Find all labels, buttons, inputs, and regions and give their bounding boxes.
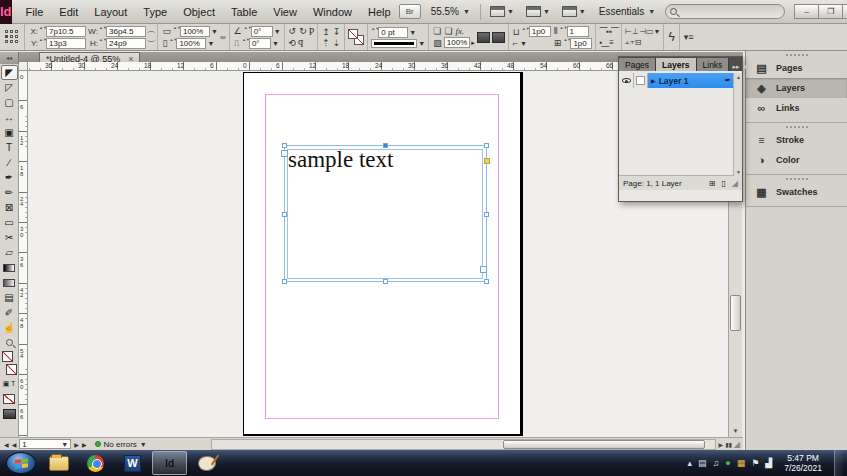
- quick-apply-icon[interactable]: ϟ: [667, 32, 675, 42]
- layers-scrollbar[interactable]: ▲ ▼: [733, 73, 742, 176]
- live-corner-handle[interactable]: [484, 158, 490, 164]
- ruler-origin-box[interactable]: [19, 62, 28, 71]
- gradient-swatch-tool[interactable]: [1, 260, 18, 275]
- minimize-button[interactable]: –: [794, 4, 819, 19]
- hand-tool[interactable]: ☝: [1, 320, 18, 335]
- pen-tool[interactable]: ✒: [1, 170, 18, 185]
- handle-top-center[interactable]: [383, 143, 388, 148]
- distribute-center-icon[interactable]: ⊥: [632, 27, 638, 36]
- volume-tray-icon[interactable]: ♫: [712, 458, 719, 468]
- network-tray-icon[interactable]: ▟: [765, 458, 772, 468]
- handle-top-right[interactable]: [484, 143, 489, 148]
- window-resize-grip[interactable]: ◢: [734, 440, 740, 449]
- zoom-tool[interactable]: [1, 335, 18, 350]
- constrain-dimensions-icon[interactable]: ⁐: [148, 33, 154, 42]
- word-taskbar-icon[interactable]: W: [115, 451, 150, 475]
- pencil-tool[interactable]: ✏: [1, 185, 18, 200]
- menu-layout[interactable]: Layout: [86, 2, 135, 22]
- eyedropper-tool[interactable]: ✐: [1, 305, 18, 320]
- y-position-field[interactable]: 13p3: [46, 38, 86, 49]
- fill-swatch[interactable]: [348, 29, 358, 39]
- distribute-right-icon[interactable]: ⊣: [639, 27, 645, 36]
- justify-icon[interactable]: ≡: [609, 38, 613, 47]
- show-desktop-button[interactable]: [834, 450, 843, 476]
- last-page-icon[interactable]: ▶: [82, 441, 87, 448]
- rotation-stepper[interactable]: ▲▼: [244, 26, 250, 36]
- menu-table[interactable]: Table: [223, 2, 265, 22]
- collapse-panel-icon[interactable]: ▸▸: [732, 63, 739, 71]
- workspace-switcher[interactable]: Essentials▼: [595, 6, 660, 17]
- panel-resize-grip[interactable]: ◢: [732, 179, 738, 188]
- start-button[interactable]: [6, 452, 36, 474]
- gap-tool[interactable]: ↔: [1, 110, 18, 125]
- transparency-icon[interactable]: ▨: [432, 38, 443, 48]
- screen-mode-button[interactable]: [1, 406, 18, 421]
- opacity-field[interactable]: 100%: [444, 37, 470, 48]
- gutter-icon[interactable]: ⊞: [553, 38, 563, 48]
- menu-type[interactable]: Type: [135, 2, 175, 22]
- dock-item-color[interactable]: ◑Color: [746, 150, 847, 170]
- dock-group-grip[interactable]: [746, 123, 847, 130]
- formatting-affects-buttons[interactable]: ▣ T: [1, 376, 18, 391]
- gutter-stepper[interactable]: ▲▼: [563, 38, 569, 48]
- color-app-tray-icon[interactable]: ▦: [737, 458, 746, 468]
- reference-point-proxy[interactable]: [5, 30, 19, 44]
- clipboard-tray-icon[interactable]: ▤: [698, 458, 707, 468]
- x-position-field[interactable]: 7p10.5: [46, 26, 86, 37]
- corner-radius-field[interactable]: 1p0: [529, 26, 551, 37]
- preflight-status[interactable]: No errors ▼: [91, 440, 151, 449]
- effects-icon[interactable]: fx.: [454, 26, 465, 36]
- corner-shape-dropdown[interactable]: ⌐: [512, 38, 519, 48]
- taskbar-clock[interactable]: 5:47 PM 7/26/2021: [778, 453, 828, 473]
- columns-stepper[interactable]: ▲▼: [560, 26, 566, 36]
- in-port-handle[interactable]: [281, 150, 288, 157]
- menu-window[interactable]: Window: [305, 2, 360, 22]
- layer-name[interactable]: Layer 1: [659, 76, 689, 86]
- baseline-grid-icon[interactable]: ⫠: [625, 37, 629, 47]
- handle-bottom-center[interactable]: [383, 279, 388, 284]
- expand-layer-icon[interactable]: ▶: [651, 77, 656, 84]
- columns-icon[interactable]: ⫴: [553, 26, 559, 36]
- out-port-handle[interactable]: [480, 266, 487, 273]
- previous-page-icon[interactable]: ◀: [12, 441, 17, 448]
- constrain-scale-icon[interactable]: ∞: [220, 33, 226, 42]
- tab-pages[interactable]: Pages: [619, 58, 656, 71]
- scroll-up-icon[interactable]: ▲: [736, 74, 741, 80]
- control-panel-menu-icon[interactable]: ▾≡: [683, 32, 695, 42]
- stroke-type-dropdown[interactable]: [371, 39, 417, 48]
- select-next-icon[interactable]: ⇣: [332, 38, 342, 48]
- fill-stroke-proxy[interactable]: [348, 29, 364, 45]
- text-frame[interactable]: sample text: [284, 145, 487, 282]
- scale-x-field[interactable]: 100%: [180, 26, 210, 37]
- align-top-icon[interactable]: ⎺▪: [599, 27, 608, 37]
- menu-help[interactable]: Help: [360, 2, 399, 22]
- messenger-tray-icon[interactable]: ●: [725, 458, 730, 468]
- page[interactable]: sample text: [243, 72, 523, 436]
- dock-group-grip[interactable]: [746, 175, 847, 182]
- gradient-feather-tool[interactable]: [1, 275, 18, 290]
- page-view-buttons[interactable]: ▮▮: [725, 441, 732, 448]
- handle-middle-left[interactable]: [282, 212, 287, 217]
- scroll-down-icon[interactable]: ▼: [736, 169, 741, 175]
- close-button[interactable]: ✕: [842, 4, 847, 19]
- restore-button[interactable]: ❐: [818, 4, 843, 19]
- search-input[interactable]: [665, 4, 785, 19]
- handle-bottom-left[interactable]: [282, 279, 287, 284]
- flip-horizontal-icon[interactable]: P: [309, 26, 315, 37]
- horizontal-scroll-thumb[interactable]: [503, 440, 704, 449]
- page-tool[interactable]: ▢: [1, 95, 18, 110]
- layer-visibility-cell[interactable]: [619, 73, 634, 88]
- width-field[interactable]: 36p4.5: [106, 26, 146, 37]
- fit-content-icon[interactable]: ⊟: [635, 38, 641, 47]
- menu-edit[interactable]: Edit: [51, 2, 86, 22]
- height-stepper[interactable]: ▲▼: [99, 38, 105, 48]
- indesign-taskbar-icon[interactable]: Id: [152, 451, 187, 475]
- rectangle-tool[interactable]: ▭: [1, 215, 18, 230]
- menu-object[interactable]: Object: [175, 2, 223, 22]
- wrap-none-icon[interactable]: [477, 32, 490, 43]
- first-page-icon[interactable]: ◀: [4, 441, 9, 448]
- wrap-bounding-icon[interactable]: [492, 32, 505, 43]
- next-page-icon[interactable]: ▶: [74, 441, 79, 448]
- action-center-flag-icon[interactable]: ⚑: [751, 458, 759, 468]
- dock-group-grip[interactable]: [746, 51, 847, 58]
